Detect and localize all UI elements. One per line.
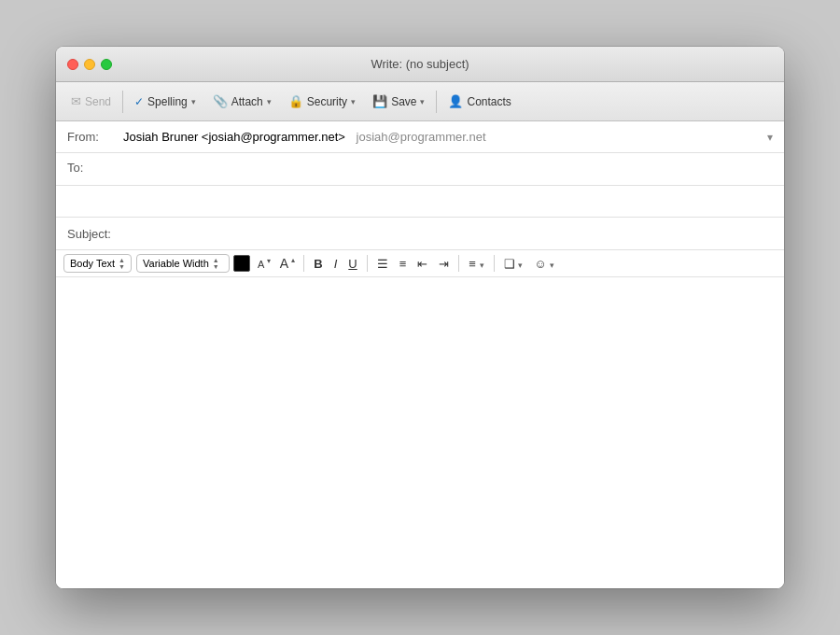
close-button[interactable] bbox=[67, 59, 78, 70]
format-divider-4 bbox=[494, 255, 495, 272]
main-toolbar: ✉ Send ✓ Spelling ▾ 📎 Attach ▾ 🔒 Securit… bbox=[56, 82, 784, 121]
unordered-list-button[interactable]: ☰ bbox=[372, 256, 393, 272]
subject-label: Subject: bbox=[67, 227, 123, 241]
subject-input[interactable] bbox=[123, 225, 773, 242]
to-label: To: bbox=[67, 161, 123, 175]
security-icon: 🔒 bbox=[288, 94, 303, 108]
from-dropdown-icon[interactable]: ▾ bbox=[767, 131, 773, 144]
font-size-increase-button[interactable]: A ▴ bbox=[276, 254, 299, 273]
attach-icon: 📎 bbox=[213, 94, 228, 108]
save-chevron-icon: ▾ bbox=[420, 97, 425, 106]
to-input[interactable] bbox=[123, 161, 773, 177]
minimize-button[interactable] bbox=[84, 59, 95, 70]
security-chevron-icon: ▾ bbox=[351, 97, 356, 106]
insert-icon: ❑ bbox=[504, 257, 515, 271]
unordered-list-icon: ☰ bbox=[377, 257, 388, 271]
spelling-button[interactable]: ✓ Spelling ▾ bbox=[127, 92, 203, 112]
security-button[interactable]: 🔒 Security ▾ bbox=[281, 91, 363, 112]
toolbar-divider-2 bbox=[436, 91, 437, 113]
style-select-arrows-icon: ▲ ▼ bbox=[119, 257, 125, 270]
emoji-icon: ☺ bbox=[534, 257, 546, 271]
font-select-value: Variable Width bbox=[143, 258, 209, 269]
titlebar: Write: (no subject) bbox=[56, 47, 784, 82]
italic-button[interactable]: I bbox=[329, 256, 343, 272]
contacts-button[interactable]: 👤 Contacts bbox=[441, 91, 518, 112]
send-icon: ✉ bbox=[71, 94, 81, 108]
alignment-chevron-icon: ▾ bbox=[480, 261, 484, 270]
spelling-icon: ✓ bbox=[134, 95, 144, 108]
ordered-list-button[interactable]: ≡ bbox=[395, 256, 412, 272]
format-toolbar: Body Text ▲ ▼ Variable Width ▲ ▼ A ▾ bbox=[56, 250, 784, 277]
font-size-down-arrow-icon: ▾ bbox=[267, 257, 271, 265]
style-select[interactable]: Body Text ▲ ▼ bbox=[63, 254, 132, 273]
font-size-increase-icon: A bbox=[280, 256, 288, 271]
underline-button[interactable]: U bbox=[343, 256, 361, 272]
cc-bcc-row bbox=[56, 186, 784, 218]
font-select-arrows-icon: ▲ ▼ bbox=[213, 257, 219, 270]
indent-increase-button[interactable]: ⇥ bbox=[434, 256, 454, 272]
font-size-up-arrow-icon: ▴ bbox=[291, 256, 295, 264]
toolbar-divider-1 bbox=[122, 91, 123, 113]
attach-chevron-icon: ▾ bbox=[267, 97, 272, 106]
from-label: From: bbox=[67, 130, 123, 144]
style-select-value: Body Text bbox=[70, 258, 115, 269]
format-divider-1 bbox=[303, 255, 304, 272]
color-swatch[interactable] bbox=[233, 255, 250, 272]
from-field: From: Josiah Bruner <josiah@programmer.n… bbox=[56, 121, 784, 153]
from-email-secondary: josiah@programmer.net bbox=[357, 130, 486, 144]
traffic-lights bbox=[56, 59, 112, 70]
save-button[interactable]: 💾 Save ▾ bbox=[365, 91, 432, 112]
font-select[interactable]: Variable Width ▲ ▼ bbox=[136, 254, 230, 273]
from-value: Josiah Bruner <josiah@programmer.net> jo… bbox=[123, 130, 767, 144]
emoji-button[interactable]: ☺ ▾ bbox=[529, 256, 559, 272]
contacts-icon: 👤 bbox=[448, 94, 463, 108]
attach-button[interactable]: 📎 Attach ▾ bbox=[205, 91, 279, 112]
to-field: To: bbox=[56, 153, 784, 186]
window-title: Write: (no subject) bbox=[371, 57, 469, 71]
bold-icon: B bbox=[314, 257, 322, 271]
font-size-decrease-icon: A bbox=[258, 259, 264, 270]
format-divider-3 bbox=[458, 255, 459, 272]
insert-chevron-icon: ▾ bbox=[518, 261, 523, 270]
send-button[interactable]: ✉ Send bbox=[63, 91, 119, 112]
maximize-button[interactable] bbox=[101, 59, 112, 70]
save-icon: 💾 bbox=[372, 94, 387, 108]
indent-increase-icon: ⇥ bbox=[439, 257, 449, 271]
from-display-name: Josiah Bruner <josiah@programmer.net> bbox=[123, 130, 345, 144]
spelling-chevron-icon: ▾ bbox=[191, 97, 196, 106]
compose-window: Write: (no subject) ✉ Send ✓ Spelling ▾ … bbox=[56, 47, 784, 588]
alignment-icon: ≡ bbox=[469, 257, 476, 271]
email-body[interactable] bbox=[56, 277, 784, 588]
bold-button[interactable]: B bbox=[309, 256, 327, 272]
italic-icon: I bbox=[334, 257, 338, 271]
ordered-list-icon: ≡ bbox=[399, 257, 407, 271]
email-content: From: Josiah Bruner <josiah@programmer.n… bbox=[56, 121, 784, 588]
format-divider-2 bbox=[367, 255, 368, 272]
emoji-chevron-icon: ▾ bbox=[550, 261, 554, 270]
indent-decrease-icon: ⇤ bbox=[417, 257, 427, 271]
subject-field: Subject: bbox=[56, 218, 784, 250]
insert-button[interactable]: ❑ ▾ bbox=[499, 256, 528, 272]
indent-decrease-button[interactable]: ⇤ bbox=[413, 256, 432, 272]
underline-icon: U bbox=[348, 257, 357, 271]
alignment-button[interactable]: ≡ ▾ bbox=[464, 256, 488, 272]
font-size-decrease-button[interactable]: A ▾ bbox=[254, 255, 274, 272]
